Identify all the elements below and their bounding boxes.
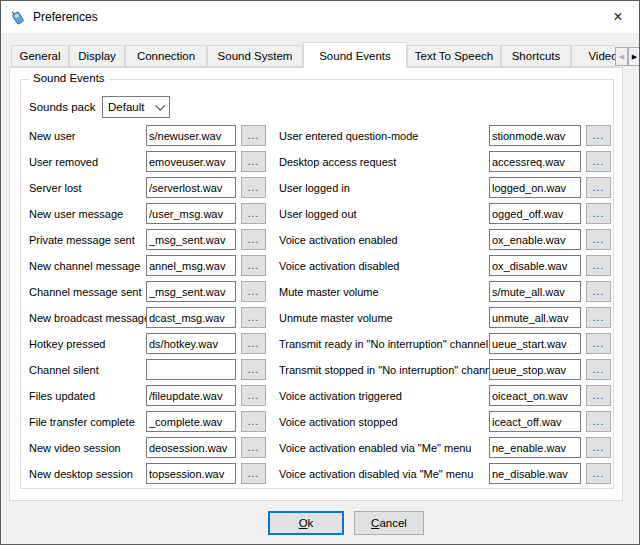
sound-file-input[interactable] (489, 229, 581, 250)
sound-event-label: New video session (29, 442, 121, 454)
close-icon[interactable]: × (605, 6, 631, 28)
sound-file-input[interactable] (489, 203, 581, 224)
tab-label: Text To Speech (415, 50, 493, 62)
browse-button[interactable]: ... (241, 177, 266, 198)
sound-file-input[interactable] (146, 177, 236, 198)
sound-event-row: New user ... (29, 123, 267, 149)
tab-scroll-left-button[interactable]: ◀ (615, 47, 628, 66)
sound-event-label: Mute master volume (279, 286, 379, 298)
browse-button[interactable]: ... (586, 125, 611, 146)
browse-button[interactable]: ... (586, 463, 611, 484)
browse-button[interactable]: ... (241, 307, 266, 328)
sound-file-input[interactable] (489, 255, 581, 276)
sound-event-row: Transmit stopped in "No interruption" ch… (279, 357, 611, 383)
sound-event-label: New user (29, 130, 75, 142)
tab[interactable]: General (11, 45, 69, 67)
sound-event-row: New broadcast message ... (29, 305, 267, 331)
sound-file-input[interactable] (489, 385, 581, 406)
sound-event-row: Hotkey pressed ... (29, 331, 267, 357)
sound-event-row: Voice activation enabled via "Me" menu .… (279, 435, 611, 461)
tab[interactable]: Shortcuts (501, 45, 571, 67)
sound-events-right-column: User entered question-mode ... Desktop a… (279, 123, 611, 487)
sound-file-input[interactable] (146, 359, 236, 380)
sound-event-label: Channel silent (29, 364, 99, 376)
ok-button[interactable]: Ok (268, 511, 344, 535)
browse-button[interactable]: ... (586, 385, 611, 406)
tab-label: Display (78, 50, 116, 62)
tab[interactable]: Connection (125, 45, 207, 67)
sound-file-input[interactable] (489, 281, 581, 302)
groupbox-title: Sound Events (29, 72, 109, 84)
browse-button[interactable]: ... (586, 255, 611, 276)
sound-event-row: Private message sent ... (29, 227, 267, 253)
sound-event-row: User logged out ... (279, 201, 611, 227)
sound-file-input[interactable] (146, 307, 236, 328)
sound-event-label: User entered question-mode (279, 130, 418, 142)
sounds-pack-label: Sounds pack (29, 101, 102, 113)
sound-file-input[interactable] (146, 411, 236, 432)
sound-file-input[interactable] (489, 125, 581, 146)
sound-event-row: User logged in ... (279, 175, 611, 201)
browse-button[interactable]: ... (586, 229, 611, 250)
browse-button[interactable]: ... (241, 203, 266, 224)
browse-button[interactable]: ... (241, 437, 266, 458)
tab-label: Shortcuts (512, 50, 561, 62)
browse-button[interactable]: ... (241, 359, 266, 380)
browse-button[interactable]: ... (586, 437, 611, 458)
sounds-pack-select[interactable]: Default (102, 96, 170, 118)
browse-button[interactable]: ... (241, 281, 266, 302)
sound-file-input[interactable] (146, 385, 236, 406)
browse-button[interactable]: ... (586, 333, 611, 354)
sound-event-row: Voice activation triggered ... (279, 383, 611, 409)
sound-file-input[interactable] (489, 307, 581, 328)
browse-button[interactable]: ... (241, 151, 266, 172)
title-bar: Preferences × (1, 1, 639, 33)
browse-button[interactable]: ... (241, 333, 266, 354)
sound-file-input[interactable] (146, 333, 236, 354)
sound-file-input[interactable] (489, 177, 581, 198)
tab-scroll-right-button[interactable]: ▶ (628, 47, 640, 66)
sound-event-label: Channel message sent (29, 286, 142, 298)
sound-file-input[interactable] (489, 463, 581, 484)
sound-event-label: Voice activation disabled via "Me" menu (279, 468, 473, 480)
browse-button[interactable]: ... (586, 307, 611, 328)
tab[interactable]: Video (571, 45, 615, 67)
sound-event-row: Unmute master volume ... (279, 305, 611, 331)
sound-event-label: Server lost (29, 182, 82, 194)
sound-file-input[interactable] (489, 437, 581, 458)
browse-button[interactable]: ... (241, 385, 266, 406)
browse-button[interactable]: ... (586, 281, 611, 302)
browse-button[interactable]: ... (586, 411, 611, 432)
sound-file-input[interactable] (489, 359, 581, 380)
sound-event-row: New video session ... (29, 435, 267, 461)
browse-button[interactable]: ... (586, 177, 611, 198)
sound-file-input[interactable] (146, 125, 236, 146)
cancel-button[interactable]: Cancel (354, 511, 424, 535)
tab[interactable]: Sound Events (303, 42, 407, 68)
sound-event-label: User logged out (279, 208, 357, 220)
browse-button[interactable]: ... (241, 229, 266, 250)
sound-file-input[interactable] (146, 229, 236, 250)
sound-file-input[interactable] (146, 203, 236, 224)
browse-button[interactable]: ... (586, 203, 611, 224)
sound-file-input[interactable] (146, 437, 236, 458)
sound-event-row: New channel message ... (29, 253, 267, 279)
sound-file-input[interactable] (146, 463, 236, 484)
sound-event-label: Voice activation disabled (279, 260, 399, 272)
browse-button[interactable]: ... (241, 463, 266, 484)
tab[interactable]: Text To Speech (407, 45, 501, 67)
sound-file-input[interactable] (489, 333, 581, 354)
tab[interactable]: Display (69, 45, 125, 67)
sound-file-input[interactable] (146, 255, 236, 276)
sound-file-input[interactable] (146, 281, 236, 302)
tab[interactable]: Sound System (207, 45, 303, 67)
sound-file-input[interactable] (489, 151, 581, 172)
sounds-pack-row: Sounds pack Default (29, 96, 170, 118)
sound-file-input[interactable] (146, 151, 236, 172)
browse-button[interactable]: ... (586, 359, 611, 380)
browse-button[interactable]: ... (241, 255, 266, 276)
sound-file-input[interactable] (489, 411, 581, 432)
browse-button[interactable]: ... (586, 151, 611, 172)
browse-button[interactable]: ... (241, 411, 266, 432)
browse-button[interactable]: ... (241, 125, 266, 146)
